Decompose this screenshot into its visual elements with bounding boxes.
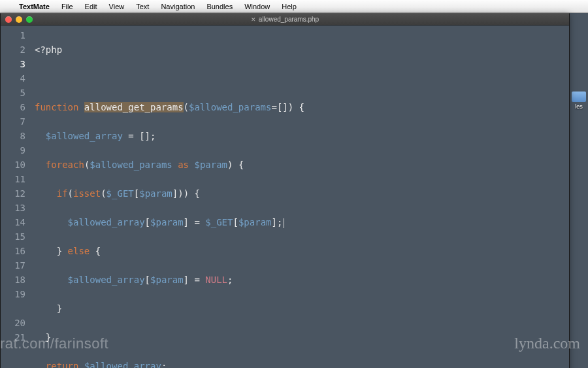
line-number: 13 (1, 201, 25, 215)
menu-navigation[interactable]: Navigation (155, 3, 201, 10)
line-number: 17 (1, 258, 25, 273)
editor-window: ✕ allowed_params.php 1 2 3 4 5 6 7 8 9 1… (0, 13, 570, 368)
menu-window[interactable]: Window (238, 3, 276, 10)
line-number: 11 (1, 172, 25, 186)
tab-label: allowed_params.php (259, 16, 319, 23)
line-number: 1 (1, 28, 25, 42)
watermark-left: rat.com/farinsoft (0, 335, 108, 352)
editor-area[interactable]: 1 2 3 4 5 6 7 8 9 10 11 12 13 14 15 16 1… (1, 25, 569, 368)
line-number: 19 (1, 287, 25, 301)
line-number: 14 (1, 215, 25, 229)
close-tab-icon[interactable]: ✕ (251, 16, 256, 23)
desktop-folder-label: les (571, 103, 587, 110)
line-number: 16 (1, 244, 25, 258)
line-number: 9 (1, 143, 25, 158)
text-caret (284, 218, 284, 228)
line-number: 8 (1, 129, 25, 143)
menu-file[interactable]: File (56, 3, 79, 10)
watermark-right: lynda.com (514, 335, 580, 352)
menu-help[interactable]: Help (276, 3, 302, 10)
line-number: 4 (1, 71, 25, 86)
line-number: 12 (1, 186, 25, 201)
macos-menubar: TextMate File Edit View Text Navigation … (0, 0, 588, 13)
menu-edit[interactable]: Edit (79, 3, 103, 10)
menu-text[interactable]: Text (130, 3, 155, 10)
line-gutter: 1 2 3 4 5 6 7 8 9 10 11 12 13 14 15 16 1… (1, 25, 31, 368)
line-number: 10 (1, 158, 25, 172)
line-number: 7 (1, 114, 25, 129)
line-number: 15 (1, 229, 25, 244)
app-menu[interactable]: TextMate (13, 3, 56, 10)
line-number: 6 (1, 100, 25, 114)
desktop-folder[interactable]: les (571, 92, 587, 110)
tab-strip: ✕ allowed_params.php (1, 14, 569, 24)
menu-bundles[interactable]: Bundles (201, 3, 238, 10)
line-number: 5 (1, 86, 25, 100)
line-number: 20 (1, 316, 25, 330)
tab-current-file[interactable]: ✕ allowed_params.php (237, 14, 333, 24)
window-titlebar[interactable]: ✕ allowed_params.php (1, 14, 569, 25)
line-number: 2 (1, 42, 25, 57)
line-number (1, 301, 25, 316)
menu-view[interactable]: View (103, 3, 131, 10)
code-content[interactable]: <?php function allowed_get_params($allow… (31, 25, 569, 368)
line-number: 18 (1, 273, 25, 287)
line-number: 3 (1, 57, 25, 71)
folder-icon (572, 92, 586, 102)
